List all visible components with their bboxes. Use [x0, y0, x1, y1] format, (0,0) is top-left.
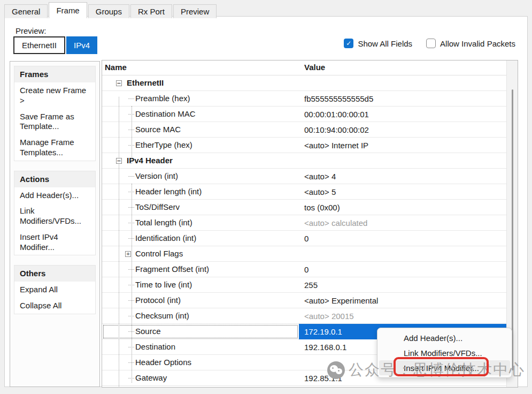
field-value-cell[interactable]: <auto> calculated: [299, 215, 507, 231]
table-row: −IPv4 Header: [102, 153, 518, 169]
table-row: Checksum (int)<auto> 20015: [102, 308, 518, 324]
tree-children-line-ethernet: [132, 106, 132, 164]
field-value-text: <auto> 5: [304, 187, 336, 196]
sidebar-item-add-header-s[interactable]: Add Header(s)...: [14, 187, 95, 203]
field-value-cell[interactable]: <auto> 4: [299, 169, 507, 184]
field-value-cell[interactable]: 00:00:01:00:00:01: [299, 107, 507, 122]
sidebar-item-manage-frame-templates[interactable]: Manage Frame Templates...: [14, 134, 95, 161]
field-name-label: Source: [135, 327, 161, 336]
sidebar-section-title: Actions: [14, 171, 95, 187]
field-name-label: Protocol (int): [135, 296, 181, 305]
field-value-cell[interactable]: [299, 246, 507, 262]
field-value-text: <auto> calculated: [304, 218, 367, 228]
context-menu-item-insert-ipv4-modifier[interactable]: Insert IPv4 Modifier...: [379, 360, 510, 375]
table-row: Header length (int)<auto> 5: [102, 184, 518, 200]
table-row: Total length (int)<auto> calculated: [102, 215, 518, 231]
context-menu-item-link-modifiers-vfds[interactable]: Link Modifiers/VFDs...: [379, 345, 510, 360]
field-name-label: EtherType (hex): [135, 140, 192, 149]
frame-header-button-ethernetii[interactable]: EthernetII: [13, 36, 65, 54]
field-value-cell[interactable]: [299, 75, 507, 91]
tab-rx-port[interactable]: Rx Port: [130, 4, 172, 18]
sidebar-section-frames: FramesCreate new Frame >Save Frame as Te…: [14, 66, 96, 161]
sidebar-item-insert-ipv4-modifier[interactable]: Insert IPv4 Modifier...: [14, 229, 95, 255]
context-menu-item-add-header-s[interactable]: Add Header(s)...: [379, 330, 510, 345]
field-value-text: 0: [304, 234, 309, 243]
checkbox-checked-icon[interactable]: ✓: [344, 39, 353, 48]
field-value-text: <auto> Experimental: [304, 296, 378, 305]
tab-preview[interactable]: Preview: [173, 4, 217, 18]
field-value-cell[interactable]: [299, 153, 507, 169]
field-value-cell[interactable]: 0: [299, 231, 507, 246]
tab-bar: GeneralFrameGroupsRx PortPreview: [4, 2, 218, 18]
column-header-name: Name: [105, 63, 127, 72]
table-row: Fragment Offset (int)0: [102, 262, 518, 277]
field-value-text: 172.19.0.1: [304, 327, 342, 336]
sidebar-item-save-frame-as-template[interactable]: Save Frame as Template...: [14, 109, 95, 135]
tab-frame[interactable]: Frame: [49, 2, 87, 18]
field-name-label: Identification (int): [135, 233, 196, 243]
tab-groups[interactable]: Groups: [88, 4, 129, 18]
table-row: Source MAC00:10:94:00:00:02: [102, 122, 518, 138]
table-row: Protocol (int)<auto> Experimental: [102, 293, 518, 308]
field-value-text: <auto> 4: [304, 172, 336, 181]
table-row: Version (int)<auto> 4: [102, 169, 518, 184]
field-name-label: Version (int): [135, 171, 178, 180]
field-value-text: <auto> Internet IP: [304, 141, 368, 150]
collapse-icon[interactable]: −: [116, 80, 122, 86]
field-name-cell[interactable]: −EthernetII: [102, 75, 299, 91]
field-value-cell[interactable]: <auto> Experimental: [299, 293, 507, 308]
field-name-label: Destination MAC: [135, 109, 196, 118]
field-name-label: Total length (int): [135, 218, 192, 227]
field-value-text: 0: [304, 265, 309, 274]
field-name-label: Source MAC: [135, 125, 181, 134]
scrollbar-thumb[interactable]: [512, 89, 513, 370]
collapse-icon[interactable]: −: [116, 158, 122, 164]
field-value-text: 192.85.1.1: [304, 374, 342, 383]
field-value-text: 192.168.0.1: [304, 343, 346, 352]
field-value-cell[interactable]: 00:10:94:00:00:02: [299, 122, 507, 138]
field-value-cell[interactable]: 0: [299, 262, 507, 277]
expand-icon[interactable]: +: [125, 251, 131, 257]
option-label: Show All Fields: [358, 39, 412, 48]
sidebar-item-expand-all[interactable]: Expand All: [14, 282, 95, 298]
sidebar: FramesCreate new Frame >Save Frame as Te…: [10, 61, 100, 387]
options-row: ✓Show All FieldsAllow Invalid Packets: [344, 39, 515, 48]
tree-branch-line: [128, 98, 134, 99]
field-name-label: Checksum (int): [135, 311, 189, 320]
field-name-label: Destination: [135, 342, 175, 351]
field-name-cell[interactable]: Preamble (hex): [102, 91, 299, 107]
field-name-label: Control Flags: [135, 249, 183, 258]
table-row: Time to live (int)255: [102, 277, 518, 293]
field-name-label: Preamble (hex): [135, 94, 190, 103]
field-value-cell[interactable]: <auto> 5: [299, 184, 507, 200]
sidebar-section-title: Others: [14, 266, 95, 282]
field-value-text: 255: [304, 281, 318, 290]
sidebar-item-collapse-all[interactable]: Collapse All: [14, 298, 95, 314]
field-value-cell[interactable]: fb555555555555d5: [299, 91, 507, 107]
tab-general[interactable]: General: [4, 4, 48, 18]
field-value-cell[interactable]: 255: [299, 277, 507, 293]
field-value-cell[interactable]: <auto> 20015: [299, 308, 507, 324]
preview-label: Preview:: [16, 26, 47, 35]
option-show-all-fields[interactable]: ✓Show All Fields: [344, 39, 412, 48]
checkbox-unchecked-icon[interactable]: [426, 39, 436, 48]
sidebar-section-title: Frames: [14, 66, 95, 82]
field-value-text: fb555555555555d5: [304, 94, 373, 103]
sidebar-item-link-modifiers-vfds[interactable]: Link Modifiers/VFDs...: [14, 203, 95, 229]
column-header-value: Value: [304, 63, 325, 72]
field-name-label: ToS/DiffServ: [135, 202, 180, 211]
table-row: Destination MAC00:00:01:00:00:01: [102, 107, 518, 122]
option-allow-invalid-packets[interactable]: Allow Invalid Packets: [426, 39, 515, 48]
field-name-label: Fragment Offset (int): [135, 264, 209, 274]
field-name-label: Header length (int): [135, 187, 202, 196]
field-value-text: 00:00:01:00:00:01: [304, 110, 369, 119]
context-menu: Add Header(s)...Link Modifiers/VFDs...In…: [377, 328, 512, 378]
field-value-cell[interactable]: <auto> Internet IP: [299, 138, 507, 153]
frame-header-button-ipv4[interactable]: IPv4: [66, 36, 97, 54]
table-row: Preamble (hex)fb555555555555d5: [102, 91, 518, 107]
table-row: Identification (int)0: [102, 231, 518, 246]
sidebar-item-create-new-frame[interactable]: Create new Frame >: [14, 82, 95, 109]
field-name-cell[interactable]: Version (int): [102, 169, 299, 184]
field-value-cell[interactable]: tos (0x00): [299, 200, 507, 215]
tree-children-line-ipv4: [132, 184, 132, 383]
